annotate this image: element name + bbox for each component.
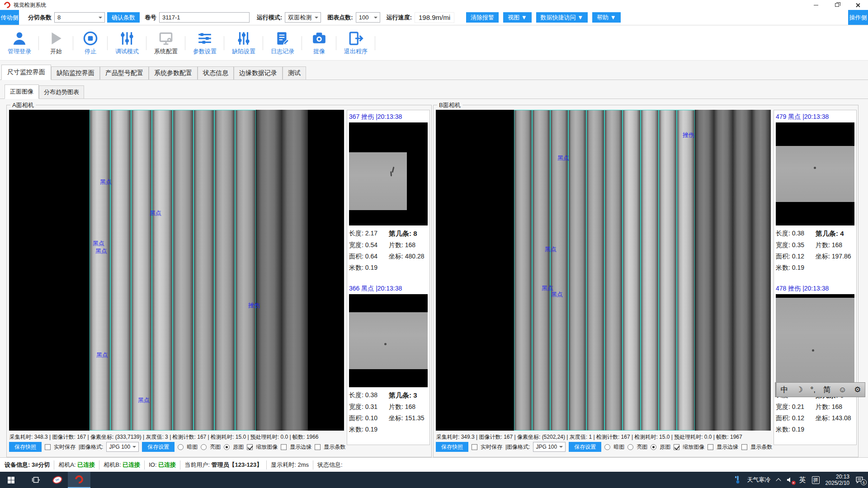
defect-thumbnail[interactable] bbox=[776, 294, 854, 387]
simplified-mode[interactable]: 简 bbox=[823, 385, 831, 395]
coord-label: 坐标: bbox=[816, 253, 830, 260]
image-format-value: JPG 100 bbox=[536, 444, 557, 450]
volume-muted-button[interactable]: ✕ bbox=[786, 476, 793, 483]
operate-side-button[interactable]: 操作侧 bbox=[848, 10, 868, 25]
clear-alarm-button[interactable]: 清除报警 bbox=[466, 12, 499, 23]
image-format-select[interactable]: JPG 100 bbox=[533, 442, 566, 452]
data-quick-access-button[interactable]: 数据快捷访问 ▼ bbox=[536, 12, 588, 23]
dark-image-radio[interactable] bbox=[604, 444, 610, 450]
weather-text[interactable]: 天气寒冷 bbox=[747, 476, 771, 484]
moon-icon[interactable]: ☽ bbox=[796, 385, 802, 394]
bright-image-radio[interactable] bbox=[201, 444, 207, 450]
notification-center-button[interactable]: 6 bbox=[855, 476, 863, 483]
defect-thumbnail[interactable] bbox=[349, 294, 428, 387]
snipping-tool-button[interactable]: ✂ bbox=[47, 472, 68, 488]
close-button[interactable] bbox=[847, 0, 868, 10]
realtime-save-checkbox[interactable] bbox=[472, 444, 477, 450]
notification-count-badge: 6 bbox=[861, 479, 867, 485]
defect-number: 366 bbox=[349, 285, 359, 292]
display-time-label: 显示耗时: bbox=[271, 461, 296, 469]
defect-thumbnail[interactable] bbox=[776, 122, 854, 225]
strip-dim bbox=[256, 110, 282, 431]
tab-size-monitor[interactable]: 尺寸监控界面 bbox=[1, 65, 51, 80]
start-button[interactable] bbox=[0, 472, 22, 488]
task-view-button[interactable] bbox=[25, 472, 46, 488]
tab-defect-monitor[interactable]: 缺陷监控界面 bbox=[51, 66, 100, 80]
run-mode-select[interactable]: 双面检测 bbox=[285, 12, 321, 23]
gear-icon[interactable]: ⚙ bbox=[854, 385, 861, 394]
show-edge-checkbox[interactable] bbox=[708, 444, 713, 450]
strip-label: 第几条: bbox=[389, 391, 411, 399]
confirm-count-button[interactable]: 确认条数 bbox=[107, 12, 140, 23]
tab-status-info[interactable]: 状态信息 bbox=[198, 66, 234, 80]
current-user-label: 当前用户: bbox=[184, 461, 210, 469]
view-menu-button[interactable]: 视图 ▼ bbox=[503, 12, 531, 23]
length-label: 长度: bbox=[776, 230, 790, 237]
zoom-image-checkbox[interactable] bbox=[247, 444, 253, 450]
ime-language-indicator[interactable]: 英 bbox=[799, 476, 806, 484]
save-snapshot-button[interactable]: 保存快照 bbox=[436, 442, 468, 452]
emoji-icon[interactable]: ☺ bbox=[839, 385, 846, 394]
subtab-front-image[interactable]: 正面图像 bbox=[5, 84, 39, 99]
roll-number-input[interactable]: 3117-1 bbox=[159, 12, 250, 23]
drive-side-button[interactable]: 传动侧 bbox=[0, 10, 19, 25]
defect-image-region bbox=[349, 312, 428, 369]
tab-test[interactable]: 测试 bbox=[283, 66, 306, 80]
bright-image-radio[interactable] bbox=[627, 444, 633, 450]
strip-outline bbox=[677, 110, 695, 431]
exit-program-button[interactable]: 退出程序 bbox=[336, 31, 375, 56]
show-strips-checkbox[interactable] bbox=[741, 444, 747, 450]
original-image-label: 原图 bbox=[660, 443, 670, 451]
admin-login-button[interactable]: 管理登录 bbox=[0, 31, 39, 56]
original-image-radio[interactable] bbox=[651, 444, 656, 450]
dark-image-radio[interactable] bbox=[178, 444, 184, 450]
tab-system-param-config[interactable]: 系统参数配置 bbox=[149, 66, 198, 80]
save-snapshot-button[interactable]: 保存快照 bbox=[9, 442, 42, 452]
image-format-select[interactable]: JPG 100 bbox=[106, 442, 139, 452]
strip-count-value: 8 bbox=[57, 14, 61, 21]
maximize-button[interactable] bbox=[826, 0, 847, 10]
defect-settings-button[interactable]: 缺陷设置 bbox=[224, 31, 263, 56]
sliders-vertical-icon bbox=[236, 31, 251, 46]
tab-edge-data-record[interactable]: 边缘数据记录 bbox=[234, 66, 283, 80]
zoom-image-checkbox[interactable] bbox=[674, 444, 679, 450]
strip-outline bbox=[514, 110, 532, 431]
chart-points-select[interactable]: 100 bbox=[356, 12, 380, 23]
log-record-button[interactable]: 日志记录 bbox=[263, 31, 302, 56]
pieces-label: 片数: bbox=[389, 241, 403, 249]
strip-count-select[interactable]: 8 bbox=[54, 12, 105, 23]
camera-b-stats: 采集耗时: 349.3 | 图像计数: 167 | 像素坐标: (5202,24… bbox=[436, 433, 742, 441]
debug-mode-button[interactable]: 调试模式 bbox=[108, 31, 146, 56]
ime-mode-icon[interactable]: 拼 bbox=[812, 476, 820, 484]
show-edge-checkbox[interactable] bbox=[281, 444, 287, 450]
show-strips-checkbox[interactable] bbox=[315, 444, 321, 450]
coord-value: 151.35 bbox=[405, 414, 425, 422]
thermometer-icon[interactable] bbox=[734, 475, 741, 484]
capture-image-button[interactable]: 提像 bbox=[302, 31, 336, 56]
hidden-icons-chevron[interactable] bbox=[776, 478, 781, 483]
area-value: 0.64 bbox=[365, 253, 377, 260]
pieces-label: 片数: bbox=[816, 403, 830, 410]
camera-a-view[interactable]: 黑点黑点黑点黑点挫伤黑点黑点 bbox=[9, 110, 344, 431]
chevron-down-icon bbox=[374, 17, 377, 20]
coord-label: 坐标: bbox=[389, 253, 403, 260]
save-settings-button[interactable]: 保存设置 bbox=[569, 442, 601, 452]
taskbar-clock[interactable]: 20:13 2025/2/10 bbox=[826, 474, 849, 486]
ime-chinese-mode[interactable]: 中 bbox=[780, 385, 788, 395]
punctuation-mode-icon[interactable]: °, bbox=[811, 385, 816, 394]
defect-thumbnail[interactable] bbox=[349, 122, 428, 225]
save-settings-button[interactable]: 保存设置 bbox=[142, 442, 175, 452]
original-image-radio[interactable] bbox=[224, 444, 230, 450]
subtab-trend-chart[interactable]: 分布趋势图表 bbox=[39, 85, 84, 99]
tab-product-model-config[interactable]: 产品型号配置 bbox=[100, 66, 149, 80]
defect-card: 478 挫伤 |20:13:38 长度: 0.57 第几条: 3 宽度: 0.2… bbox=[776, 285, 854, 434]
minimize-button[interactable] bbox=[806, 0, 826, 10]
inspection-app-button[interactable] bbox=[68, 472, 90, 488]
camera-b-view[interactable]: 挫伤黑点黑点黑点黑点 bbox=[436, 110, 771, 431]
system-config-button[interactable]: 系统配置 bbox=[146, 31, 185, 56]
help-menu-button[interactable]: 帮助 ▼ bbox=[592, 12, 620, 23]
start-button[interactable]: 开始 bbox=[39, 31, 73, 56]
parameter-settings-button[interactable]: 参数设置 bbox=[185, 31, 224, 56]
stop-button[interactable]: 停止 bbox=[73, 31, 108, 56]
realtime-save-checkbox[interactable] bbox=[45, 444, 51, 450]
